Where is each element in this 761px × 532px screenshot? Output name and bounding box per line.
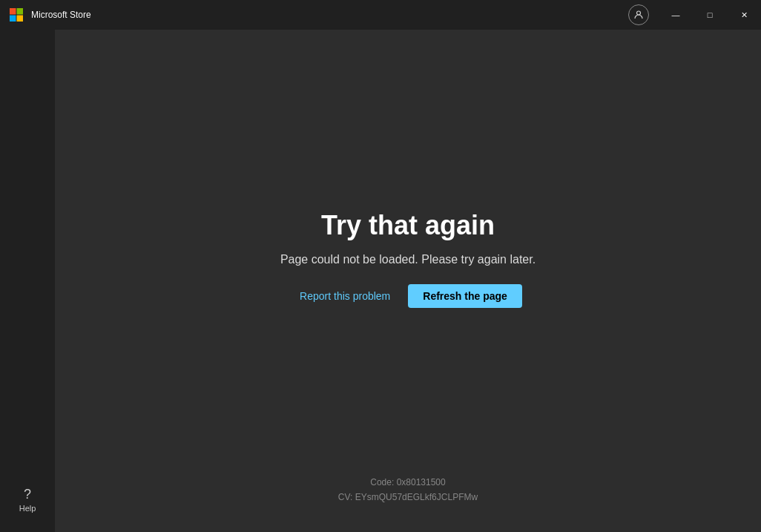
error-code: Code: 0x80131500 bbox=[338, 477, 478, 487]
main-layout: ? Help Try that again Page could not be … bbox=[0, 30, 761, 532]
account-icon bbox=[628, 4, 649, 25]
title-bar: Microsoft Store — □ ✕ bbox=[0, 0, 761, 30]
account-button[interactable] bbox=[622, 0, 656, 30]
sidebar-bottom: ? Help bbox=[4, 479, 51, 520]
help-label: Help bbox=[19, 504, 36, 513]
error-footer: Code: 0x80131500 CV: EYsmQU57dEGLkf6JCLP… bbox=[338, 477, 478, 502]
minimize-button[interactable]: — bbox=[659, 0, 693, 30]
help-icon: ? bbox=[24, 487, 31, 502]
error-actions: Report this problem Refresh the page bbox=[294, 284, 522, 308]
maximize-button[interactable]: □ bbox=[693, 0, 727, 30]
error-title: Try that again bbox=[321, 210, 495, 241]
content-area: Try that again Page could not be loaded.… bbox=[55, 30, 761, 532]
app-icon bbox=[9, 7, 24, 22]
svg-rect-2 bbox=[10, 16, 16, 22]
refresh-page-button[interactable]: Refresh the page bbox=[408, 284, 522, 308]
title-bar-controls: — □ ✕ bbox=[622, 0, 761, 30]
close-button[interactable]: ✕ bbox=[727, 0, 761, 30]
error-container: Try that again Page could not be loaded.… bbox=[280, 210, 536, 308]
help-button[interactable]: ? Help bbox=[4, 479, 51, 520]
report-problem-button[interactable]: Report this problem bbox=[294, 287, 396, 305]
title-bar-left: Microsoft Store bbox=[9, 7, 91, 22]
svg-rect-0 bbox=[10, 8, 16, 15]
sidebar: ? Help bbox=[0, 30, 55, 532]
error-subtitle: Page could not be loaded. Please try aga… bbox=[280, 253, 536, 266]
app-title: Microsoft Store bbox=[31, 10, 91, 20]
svg-point-4 bbox=[637, 11, 641, 15]
svg-rect-3 bbox=[17, 16, 24, 22]
error-cv: CV: EYsmQU57dEGLkf6JCLPFMw bbox=[338, 492, 478, 502]
svg-rect-1 bbox=[17, 8, 24, 15]
